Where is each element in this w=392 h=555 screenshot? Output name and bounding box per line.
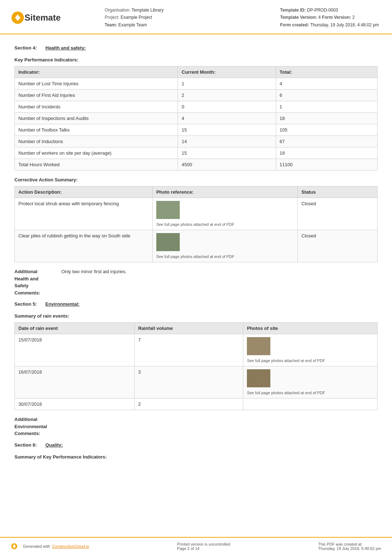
- ca-description: Protect local shrub areas with temporary…: [15, 198, 153, 230]
- photo-thumbnail: [156, 201, 180, 219]
- template-id-label: Template ID:: [280, 8, 306, 13]
- footer-center: Printed version is uncontrolled Page 2 o…: [177, 542, 230, 551]
- kpi-total: 4: [276, 78, 377, 90]
- kpi-total: 11100: [276, 159, 377, 171]
- kpi-indicator: Total Hours Worked: [15, 159, 178, 171]
- rain-volume: 7: [134, 334, 243, 366]
- additional-comments-s5: AdditionalEnvironmentalComments:: [14, 416, 378, 437]
- form-created-line: Form created: Thursday, 19 July 2018, 4:…: [280, 21, 381, 29]
- rain-photo-thumbnail: [247, 337, 270, 355]
- logo-area: Sitemate: [11, 11, 83, 25]
- kpi-row: Total Hours Worked 4500 11100: [15, 159, 378, 171]
- rain-volume: 3: [134, 366, 243, 399]
- kpi-current: 2: [178, 90, 276, 101]
- footer-logo-area: Generated with ConstructionCloud.io: [11, 542, 89, 550]
- rain-date: 15/07/2018: [15, 334, 135, 366]
- team-value: Example Team: [118, 22, 147, 27]
- org-label: Organisation:: [105, 8, 130, 13]
- section4-header: Section 4: Health and safety:: [14, 45, 378, 51]
- rain-col-photos: Photos of site: [243, 323, 378, 334]
- footer-uncontrolled: Printed version is uncontrolled: [177, 542, 230, 546]
- additional-comments-s4: AdditionalHealth andSafetyComments: Only…: [14, 268, 378, 296]
- rain-photo-caption: See full page photos attached at end of …: [247, 358, 325, 363]
- rain-col-date: Date of rain event: [15, 323, 135, 334]
- page: Sitemate Organisation: Template Library …: [0, 0, 392, 555]
- rain-date: 16/07/2018: [15, 366, 135, 399]
- kpi-total: 18: [276, 113, 377, 124]
- kpi-indicator: Number of workers on site per day (avera…: [15, 147, 178, 159]
- section5-title: Environmental:: [45, 301, 80, 307]
- kpi-total: 67: [276, 136, 377, 147]
- photo-caption: See full page photos attached at end of …: [156, 254, 234, 259]
- corrective-title: Corrective Action Summary:: [14, 177, 378, 182]
- template-id-value: DP-PROD-0003: [307, 8, 338, 13]
- kpi-row: Number of Lost Time Injuries 1 4: [15, 78, 378, 90]
- photo-caption: See full page photos attached at end of …: [156, 222, 234, 227]
- kpi-total: 18: [276, 147, 377, 159]
- ca-status: Closed: [297, 230, 377, 262]
- main-content: Section 4: Health and safety: Key Perfor…: [0, 34, 392, 470]
- kpi-col-indicator: Indicator:: [15, 66, 178, 78]
- kpi-total: 105: [276, 124, 377, 136]
- template-id-line: Template ID: DP-PROD-0003: [280, 7, 381, 14]
- rain-row: 30/07/2018 2: [15, 399, 378, 410]
- header-meta-center: Organisation: Template Library Project: …: [83, 7, 280, 29]
- kpi-summary-title: Summary of Key Performance Indicators:: [14, 454, 378, 460]
- rain-photo: See full page photos attached at end of …: [243, 366, 378, 399]
- kpi-row: Number of Toolbox Talks 15 105: [15, 124, 378, 136]
- ca-row: Protect local shrub areas with temporary…: [15, 198, 378, 230]
- kpi-indicator: Number of Inspections and Audits: [15, 113, 178, 124]
- section4-number: Section 4:: [14, 45, 37, 51]
- ca-description: Clear piles of rubbish getting in the wa…: [15, 230, 153, 262]
- section6-number: Section 6:: [14, 442, 37, 448]
- form-version-value: 2: [352, 15, 355, 20]
- org-value: Template Library: [132, 8, 164, 13]
- ca-col-photo: Photo reference:: [152, 186, 297, 198]
- form-created-value: Thursday, 19 July 2018, 4:48:02 pm: [310, 22, 379, 27]
- ca-photo: See full page photos attached at end of …: [152, 198, 297, 230]
- ca-col-status: Status: [297, 186, 377, 198]
- kpi-indicator: Number of Toolbox Talks: [15, 124, 178, 136]
- rain-photo-caption: See full page photos attached at end of …: [247, 391, 325, 395]
- rain-volume: 2: [134, 399, 243, 410]
- header: Sitemate Organisation: Template Library …: [0, 0, 392, 34]
- photo-thumbnail: [156, 233, 180, 251]
- kpi-indicator: Number of Lost Time Injuries: [15, 78, 178, 90]
- rain-photo-thumbnail: [247, 369, 270, 387]
- form-version-label: Form Version:: [322, 15, 351, 20]
- ca-header-row: Action Description: Photo reference: Sta…: [15, 186, 378, 198]
- kpi-current: 15: [178, 147, 276, 159]
- additional-value-s4: Only two minor first aid injuries.: [61, 268, 127, 296]
- project-line: Project: Example Project: [105, 14, 280, 21]
- footer-link[interactable]: ConstructionCloud.io: [52, 544, 89, 548]
- kpi-total: 6: [276, 90, 377, 101]
- rain-table: Date of rain event Rainfall volume Photo…: [14, 322, 378, 410]
- kpi-indicator: Number of Inductions: [15, 136, 178, 147]
- kpi-col-total: Total:: [276, 66, 377, 78]
- kpi-row: Number of Inductions 14 67: [15, 136, 378, 147]
- section5-number: Section 5:: [14, 301, 37, 307]
- kpi-title: Key Performance Indicators:: [14, 57, 378, 63]
- kpi-row: Number of workers on site per day (avera…: [15, 147, 378, 159]
- team-line: Team: Example Team: [105, 21, 280, 29]
- sitemate-logo-icon: [11, 11, 25, 25]
- kpi-header-row: Indicator: Current Month: Total:: [15, 66, 378, 78]
- template-version-label: Template Version:: [280, 15, 317, 20]
- rain-row: 16/07/2018 3 See full page photos attach…: [15, 366, 378, 399]
- additional-label-s5: AdditionalEnvironmentalComments:: [14, 416, 61, 437]
- section4-title: Health and safety:: [45, 45, 86, 51]
- footer-page: Page 2 of 14: [177, 546, 230, 551]
- template-version-value: 4: [318, 15, 321, 20]
- ca-col-action: Action Description:: [15, 186, 153, 198]
- section5-header: Section 5: Environmental:: [14, 301, 378, 307]
- ca-status: Closed: [297, 198, 377, 230]
- project-label: Project:: [105, 15, 119, 20]
- header-meta-right: Template ID: DP-PROD-0003 Template Versi…: [280, 7, 381, 29]
- kpi-tbody: Number of Lost Time Injuries 1 4Number o…: [15, 78, 378, 171]
- rain-row: 15/07/2018 7 See full page photos attach…: [15, 334, 378, 366]
- ca-photo: See full page photos attached at end of …: [152, 230, 297, 262]
- corrective-table: Action Description: Photo reference: Sta…: [14, 186, 378, 262]
- ca-tbody: Protect local shrub areas with temporary…: [15, 198, 378, 262]
- rain-date: 30/07/2018: [15, 399, 135, 410]
- rain-header-row: Date of rain event Rainfall volume Photo…: [15, 323, 378, 334]
